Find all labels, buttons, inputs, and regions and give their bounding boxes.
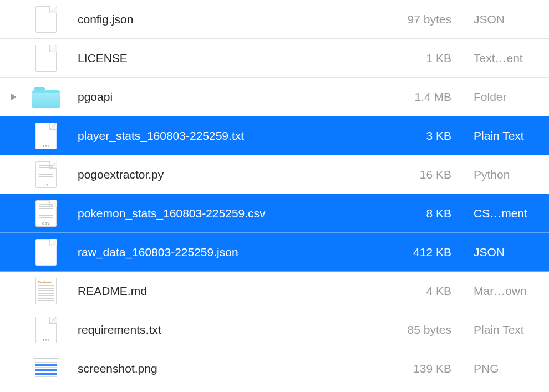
file-blank-icon: [27, 6, 65, 33]
file-name: pokemon_stats_160803-225259.csv: [65, 207, 359, 220]
file-row[interactable]: TXTrequirements.txt85 bytesPlain Text: [0, 310, 549, 349]
file-blank-icon: TXT: [27, 123, 65, 149]
file-name: requirements.txt: [65, 323, 359, 337]
file-row[interactable]: pgoapi1.4 MBFolder: [0, 78, 549, 116]
file-size: 1 KB: [359, 52, 454, 65]
file-size: 8 KB: [359, 207, 454, 220]
file-size: 412 KB: [359, 246, 454, 259]
file-size: 16 KB: [359, 168, 454, 181]
file-row[interactable]: PogoExtractREADME.md4 KBMar…own: [0, 272, 549, 310]
file-list[interactable]: config.json97 bytesJSONLICENSE1 KBText…e…: [0, 0, 549, 388]
file-blank-icon: TXT: [27, 317, 65, 343]
file-name: raw_data_160803-225259.json: [65, 246, 359, 259]
file-kind: JSON: [454, 246, 541, 259]
disclosure-triangle[interactable]: [0, 93, 27, 101]
file-row[interactable]: PYpogoextractor.py16 KBPython: [0, 155, 549, 194]
file-blank-icon: [27, 45, 65, 72]
file-kind: JSON: [454, 13, 541, 26]
file-name: pogoextractor.py: [65, 168, 359, 181]
file-name: LICENSE: [65, 52, 359, 65]
file-size: 3 KB: [359, 129, 454, 142]
file-kind: Mar…own: [454, 284, 541, 298]
file-kind: Text…ent: [454, 52, 541, 65]
file-size: 4 KB: [359, 284, 454, 298]
file-row[interactable]: config.json97 bytesJSON: [0, 0, 549, 39]
file-row[interactable]: screenshot.png139 KBPNG: [0, 349, 549, 388]
file-kind: Folder: [454, 90, 541, 104]
file-size: 97 bytes: [359, 13, 454, 26]
file-kind: PNG: [454, 362, 541, 375]
file-text-icon: PY: [27, 161, 65, 188]
file-row[interactable]: raw_data_160803-225259.json412 KBJSON: [0, 233, 549, 272]
file-row[interactable]: TXTplayer_stats_160803-225259.txt3 KBPla…: [0, 116, 549, 155]
file-name: config.json: [65, 13, 359, 26]
file-name: pgoapi: [65, 90, 359, 104]
file-size: 85 bytes: [359, 323, 454, 337]
file-name: screenshot.png: [65, 362, 359, 375]
thumb-icon: [27, 358, 65, 379]
file-kind: CS…ment: [454, 207, 541, 220]
file-kind: Python: [454, 168, 541, 181]
file-row[interactable]: LICENSE1 KBText…ent: [0, 39, 549, 78]
file-md-icon: PogoExtract: [27, 278, 65, 304]
file-name: README.md: [65, 284, 359, 298]
file-kind: Plain Text: [454, 129, 541, 142]
file-blank-icon: [27, 239, 65, 266]
file-size: 1.4 MB: [359, 90, 454, 104]
folder-icon: [27, 86, 65, 108]
file-kind: Plain Text: [454, 323, 541, 337]
file-size: 139 KB: [359, 362, 454, 375]
file-row[interactable]: CSVpokemon_stats_160803-225259.csv8 KBCS…: [0, 194, 549, 233]
file-name: player_stats_160803-225259.txt: [65, 129, 359, 142]
file-text-icon: CSV: [27, 200, 65, 227]
